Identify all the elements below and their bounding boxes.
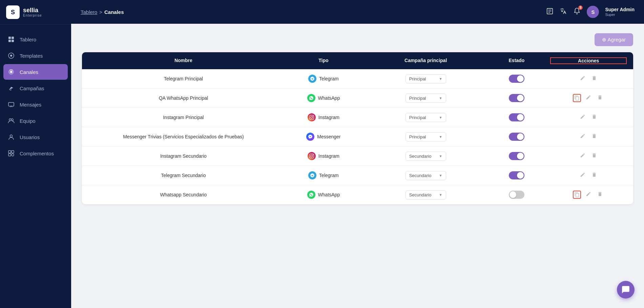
- export-icon[interactable]: [546, 7, 554, 17]
- channel-name: Instagram Secundario: [160, 153, 207, 159]
- toggle-thumb: [517, 75, 524, 82]
- delete-icon[interactable]: [590, 113, 598, 122]
- svg-rect-3: [12, 40, 14, 42]
- edit-icon[interactable]: [579, 113, 587, 122]
- usuarios-icon: [7, 133, 15, 141]
- delete-icon[interactable]: [590, 151, 598, 161]
- cell-estado: [482, 133, 550, 141]
- sidebar-item-campanas[interactable]: Campañas: [0, 80, 71, 96]
- type-label: Messenger: [317, 134, 340, 139]
- delete-icon[interactable]: [590, 132, 598, 141]
- chat-bubble-button[interactable]: [617, 281, 635, 299]
- sidebar-item-mensajes[interactable]: Mensajes: [0, 97, 71, 112]
- sidebar-item-templates[interactable]: Templates: [0, 48, 71, 63]
- svg-point-10: [10, 135, 13, 137]
- cell-acciones: [550, 74, 626, 83]
- sidebar-item-equipo[interactable]: Equipo: [0, 113, 71, 129]
- chevron-down-icon: ▼: [439, 116, 442, 119]
- campaign-dropdown[interactable]: Principal ▼: [406, 113, 446, 122]
- add-channel-button[interactable]: ⊕ Agregar: [595, 33, 633, 46]
- cell-nombre: Messenger Trivias (Servicios Especializa…: [89, 134, 278, 139]
- user-name: Super Admin: [605, 7, 635, 13]
- sidebar-item-complementos[interactable]: Complementos: [0, 146, 71, 161]
- logo-subtitle: Enterprise: [23, 14, 42, 17]
- cell-nombre: Whatsapp Secundario: [89, 192, 278, 197]
- cell-acciones: [550, 190, 626, 199]
- templates-icon: [7, 52, 15, 59]
- user-avatar[interactable]: S: [587, 6, 599, 18]
- toggle-track: [509, 152, 524, 160]
- translate-icon[interactable]: [560, 7, 567, 17]
- notification-icon[interactable]: 9: [573, 7, 581, 17]
- sidebar-item-canales[interactable]: Canales: [3, 64, 68, 80]
- cell-campana: Principal ▼: [369, 132, 482, 141]
- delete-icon[interactable]: [596, 93, 604, 103]
- toggle-thumb: [517, 172, 524, 179]
- campaign-dropdown[interactable]: Principal ▼: [406, 74, 446, 83]
- chevron-down-icon: ▼: [439, 154, 442, 158]
- toggle-track: [509, 113, 524, 121]
- col-campana: Campaña principal: [369, 58, 482, 64]
- status-toggle[interactable]: [509, 191, 524, 199]
- campaign-dropdown[interactable]: Secundario ▼: [406, 171, 446, 180]
- table-row: Instagram Secundario Instagram Secundari…: [82, 147, 633, 166]
- cell-acciones: [550, 93, 626, 103]
- cell-campana: Principal ▼: [369, 113, 482, 122]
- cell-nombre: Telegram Principal: [89, 76, 278, 81]
- campaign-dropdown[interactable]: Secundario ▼: [406, 190, 446, 199]
- status-toggle[interactable]: [509, 133, 524, 141]
- logo-icon: S: [6, 5, 20, 19]
- status-toggle[interactable]: [509, 171, 524, 179]
- edit-icon[interactable]: [584, 93, 593, 103]
- toggle-track: [509, 133, 524, 141]
- status-toggle[interactable]: [509, 94, 524, 102]
- status-toggle[interactable]: [509, 152, 524, 160]
- toggle-thumb: [510, 191, 516, 198]
- status-toggle[interactable]: [509, 75, 524, 83]
- campaign-dropdown[interactable]: Secundario ▼: [406, 152, 446, 161]
- edit-icon[interactable]: [579, 171, 587, 180]
- tablero-icon: [7, 36, 15, 43]
- edit-icon[interactable]: [579, 151, 587, 161]
- sidebar-item-label-usuarios: Usuarios: [20, 134, 40, 140]
- copy-icon-highlight[interactable]: [573, 94, 581, 102]
- messenger-type-icon: [306, 133, 314, 141]
- delete-icon[interactable]: [590, 74, 598, 83]
- campaign-dropdown[interactable]: Principal ▼: [406, 94, 446, 103]
- channel-name: Telegram Secundario: [161, 173, 206, 178]
- status-toggle[interactable]: [509, 113, 524, 121]
- cell-campana: Principal ▼: [369, 74, 482, 83]
- user-role: Super: [605, 13, 635, 17]
- main-area: Tablero > Canales: [71, 0, 644, 308]
- svg-rect-12: [12, 151, 14, 153]
- whatsapp-type-icon: [307, 191, 315, 199]
- campaign-dropdown[interactable]: Principal ▼: [406, 132, 446, 141]
- channels-table: Nombre Tipo Campaña principal Estado Acc…: [82, 52, 633, 204]
- edit-icon[interactable]: [579, 132, 587, 141]
- copy-icon-highlight[interactable]: [573, 191, 581, 199]
- cell-tipo: WhatsApp: [278, 191, 369, 199]
- delete-icon[interactable]: [590, 171, 598, 180]
- breadcrumb-link-tablero[interactable]: Tablero: [81, 9, 97, 15]
- edit-icon[interactable]: [579, 74, 587, 83]
- type-label: WhatsApp: [318, 192, 340, 197]
- table-row: Whatsapp Secundario WhatsApp Secundario …: [82, 185, 633, 204]
- cell-acciones: [550, 113, 626, 122]
- edit-icon[interactable]: [584, 190, 593, 199]
- sidebar-item-usuarios[interactable]: Usuarios: [0, 129, 71, 145]
- chevron-down-icon: ▼: [439, 96, 442, 100]
- breadcrumb-separator: >: [99, 9, 102, 15]
- svg-rect-13: [8, 154, 11, 156]
- sidebar-item-label-templates: Templates: [20, 53, 43, 59]
- sidebar-item-tablero[interactable]: Tablero: [0, 32, 71, 47]
- cell-tipo: Messenger: [278, 133, 369, 141]
- sidebar-nav: Tablero Templates Canales: [0, 25, 71, 168]
- cell-estado: [482, 94, 550, 102]
- col-nombre: Nombre: [89, 58, 278, 64]
- delete-icon[interactable]: [596, 190, 604, 199]
- toggle-thumb: [517, 114, 524, 121]
- cell-campana: Secundario ▼: [369, 152, 482, 161]
- svg-point-9: [11, 119, 13, 121]
- svg-rect-1: [12, 37, 14, 39]
- svg-point-14: [12, 154, 14, 156]
